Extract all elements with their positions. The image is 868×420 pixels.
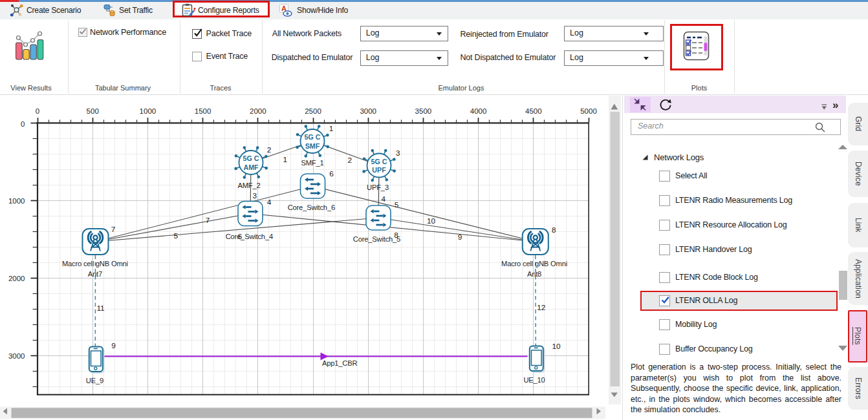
svg-text:Macro cell gNB Omni: Macro cell gNB Omni [62, 260, 128, 268]
svg-text:3500: 3500 [415, 107, 432, 115]
svg-text:4000: 4000 [470, 107, 487, 115]
svg-text:3: 3 [253, 191, 257, 200]
svg-text:2: 2 [347, 156, 352, 165]
svg-text:5G C: 5G C [305, 133, 321, 141]
svg-text:8: 8 [552, 226, 556, 235]
svg-text:2: 2 [267, 145, 272, 154]
svg-text:7: 7 [111, 225, 116, 234]
svg-text:6: 6 [238, 232, 243, 241]
svg-text:UPF: UPF [372, 166, 386, 174]
svg-text:4: 4 [382, 194, 386, 204]
svg-text:Core_Switch_5: Core_Switch_5 [353, 235, 400, 243]
svg-text:9: 9 [111, 341, 116, 350]
svg-text:5G C: 5G C [243, 154, 259, 162]
svg-text:Core_Switch_6: Core_Switch_6 [288, 204, 335, 211]
svg-text:SMF: SMF [305, 142, 320, 150]
svg-text:3000: 3000 [360, 107, 376, 115]
svg-text:0: 0 [21, 120, 25, 128]
svg-text:5: 5 [174, 231, 179, 240]
svg-text:10: 10 [552, 342, 561, 351]
svg-text:Core_Switch_4: Core_Switch_4 [226, 233, 273, 240]
svg-text:UPF_3: UPF_3 [367, 184, 389, 191]
svg-text:0: 0 [36, 107, 39, 115]
svg-text:Macro cell gNB Omni: Macro cell gNB Omni [501, 260, 567, 268]
svg-text:2500: 2500 [305, 107, 321, 115]
svg-text:5G C: 5G C [371, 158, 387, 165]
svg-text:5: 5 [395, 200, 399, 209]
svg-text:5000: 5000 [580, 107, 597, 115]
svg-text:UE_10: UE_10 [523, 376, 545, 384]
svg-text:11: 11 [96, 304, 104, 313]
svg-text:500: 500 [87, 107, 99, 115]
svg-text:6: 6 [329, 169, 334, 178]
svg-text:3000: 3000 [8, 352, 25, 360]
svg-text:SMF_1: SMF_1 [301, 159, 323, 167]
svg-text:1: 1 [283, 155, 287, 164]
svg-text:Ant7: Ant7 [88, 270, 102, 278]
svg-text:UE_9: UE_9 [86, 377, 103, 384]
svg-text:1000: 1000 [8, 197, 25, 205]
svg-text:4: 4 [267, 198, 272, 207]
svg-text:1: 1 [329, 124, 334, 133]
svg-text:3: 3 [396, 149, 400, 158]
svg-text:App1_CBR: App1_CBR [322, 359, 357, 367]
svg-text:1500: 1500 [195, 107, 212, 115]
svg-text:9: 9 [458, 233, 462, 242]
svg-text:7: 7 [206, 216, 210, 225]
svg-text:8: 8 [394, 231, 398, 240]
svg-text:Ant8: Ant8 [527, 270, 541, 278]
svg-text:2000: 2000 [8, 275, 25, 282]
svg-text:12: 12 [537, 303, 545, 312]
svg-text:1000: 1000 [140, 107, 157, 115]
svg-text:AMF_2: AMF_2 [237, 182, 260, 189]
svg-text:2000: 2000 [250, 107, 266, 115]
svg-text:AMF: AMF [243, 163, 259, 171]
svg-text:4500: 4500 [525, 107, 542, 115]
svg-text:10: 10 [427, 216, 436, 226]
